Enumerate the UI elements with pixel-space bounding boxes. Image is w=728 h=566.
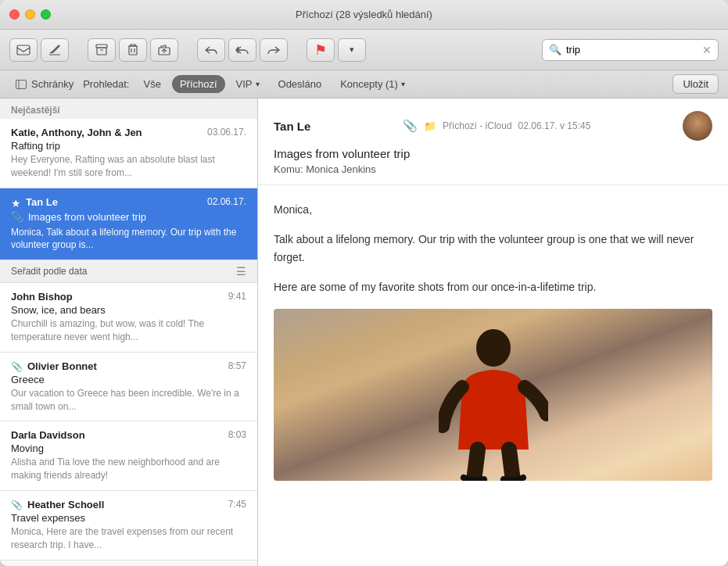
list-item[interactable]: Darla Davidson 8:03 Moving Alisha and Ti…: [0, 421, 257, 491]
email-subject: Moving: [11, 442, 246, 454]
flag-more-button[interactable]: ▾: [338, 38, 366, 62]
svg-point-13: [476, 329, 511, 367]
action-group: [88, 38, 178, 62]
attachment-icon: 📎: [11, 500, 23, 510]
email-body: Monica, Talk about a lifelong memory. Ou…: [258, 185, 728, 566]
compose-group: [9, 38, 69, 62]
email-time: 03.06.17.: [207, 127, 246, 138]
body-paragraph-1: Talk about a lifelong memory. Our trip w…: [274, 231, 712, 266]
attachment-icon: 📎: [11, 211, 23, 223]
email-subject: Rafting trip: [11, 140, 246, 152]
email-datetime: 02.06.17. v 15:45: [518, 120, 591, 131]
mailbox-button[interactable]: [9, 38, 38, 62]
body-paragraph-2: Here are some of my favorite shots from …: [274, 278, 712, 296]
email-detail: Tan Le 📎 📁 Příchozí - iCloud 02.06.17. v…: [258, 99, 728, 566]
tab-vip[interactable]: VIP ▾: [228, 75, 267, 93]
email-subject: Greece: [11, 374, 246, 385]
attachment-icon: 📎: [403, 119, 418, 133]
titlebar: Příchozí (28 výsledků hledání): [0, 0, 728, 30]
email-sender: John Bishop: [11, 291, 73, 303]
email-time: 9:41: [228, 291, 246, 302]
svg-rect-0: [17, 45, 30, 55]
tabbar: Schránky Prohledat: Vše Příchozí VIP ▾ O…: [0, 70, 728, 99]
sort-label[interactable]: Seřadit podle data: [11, 266, 87, 277]
mailbox-label: Schránky: [31, 78, 74, 90]
email-time: 7:45: [228, 499, 246, 510]
email-subject: Travel expenses: [11, 512, 246, 524]
save-button[interactable]: Uložit: [672, 74, 719, 94]
search-clear-button[interactable]: ✕: [702, 44, 712, 56]
email-sender: Tan Le: [26, 196, 58, 208]
maximize-button[interactable]: [41, 9, 51, 20]
email-preview: Alisha and Tia love the new neighborhood…: [11, 456, 246, 482]
email-attachment-image: [274, 309, 712, 481]
email-time: 8:03: [228, 429, 246, 440]
tab-inbox[interactable]: Příchozí: [172, 75, 225, 93]
reply-button[interactable]: [197, 38, 225, 62]
search-label: Prohledat:: [83, 78, 129, 90]
svg-rect-6: [129, 46, 137, 55]
list-item[interactable]: John Bishop 9:41 Snow, ice, and bears Ch…: [0, 283, 257, 353]
email-time: 02.06.17.: [207, 196, 246, 207]
attachment-icon: 📎: [11, 361, 23, 372]
search-input[interactable]: [566, 44, 698, 56]
email-preview: Hey Everyone, Rafting was an absolute bl…: [11, 153, 246, 180]
email-sender: Darla Davidson: [11, 429, 85, 441]
list-item[interactable]: Katie, Anthony, John & Jen 03.06.17. Raf…: [0, 119, 257, 188]
svg-rect-3: [97, 48, 106, 55]
tab-sent[interactable]: Odesláno: [271, 75, 330, 93]
mail-window: Příchozí (28 výsledků hledání): [0, 0, 728, 566]
close-button[interactable]: [9, 9, 20, 20]
reply-all-button[interactable]: [228, 38, 256, 62]
main-content: Nejčastější Katie, Anthony, John & Jen 0…: [0, 99, 728, 566]
email-preview: Our vacation to Greece has been incredib…: [11, 387, 246, 414]
folder-name: Příchozí - iCloud: [443, 120, 512, 131]
delete-button[interactable]: [119, 38, 147, 62]
search-icon: 🔍: [549, 44, 561, 56]
forward-button[interactable]: [260, 38, 288, 62]
person-silhouette-svg: [439, 324, 548, 481]
detail-subject: Images from volunteer trip: [274, 147, 712, 160]
email-sender: Olivier Bonnet: [27, 360, 97, 372]
svg-rect-11: [16, 80, 27, 88]
reply-group: [197, 38, 288, 62]
traffic-lights: [9, 9, 51, 20]
flag-group: ⚑ ▾: [307, 38, 366, 62]
sort-bar: Seřadit podle data ☰: [0, 260, 257, 283]
detail-header: Tan Le 📎 📁 Příchozí - iCloud 02.06.17. v…: [258, 99, 728, 185]
sort-filter-icon[interactable]: ☰: [236, 265, 246, 278]
email-subject: Images from volunteer trip: [28, 211, 146, 223]
list-item[interactable]: ★ Tan Le 02.06.17. 📎 Images from volunte…: [0, 188, 257, 261]
tab-drafts[interactable]: Koncepty (1) ▾: [332, 75, 413, 93]
email-preview: Monica, Here are the travel expenses fro…: [11, 525, 246, 552]
email-subject: Snow, ice, and bears: [11, 304, 246, 316]
avatar: [683, 111, 712, 141]
email-preview: Monica, Talk about a lifelong memory. Ou…: [11, 226, 246, 253]
section-label: Nejčastější: [0, 99, 257, 119]
list-item[interactable]: 📎 Heather Schoell 7:45 Travel expenses M…: [0, 491, 257, 561]
email-preview: Churchill is amazing, but wow, was it co…: [11, 317, 246, 344]
list-item[interactable]: 📎 Olivier Bonnet 8:57 Greece Our vacatio…: [0, 353, 257, 422]
email-sender: Heather Schoell: [27, 499, 104, 510]
compose-button[interactable]: [41, 38, 69, 62]
detail-to: Komu: Monica Jenkins: [274, 163, 712, 175]
email-list: Nejčastější Katie, Anthony, John & Jen 0…: [0, 99, 258, 566]
greeting: Monica,: [274, 201, 712, 218]
window-title: Příchozí (28 výsledků hledání): [296, 9, 432, 20]
tab-all[interactable]: Vše: [135, 75, 168, 93]
move-button[interactable]: [150, 38, 178, 62]
mailbox-nav-button[interactable]: Schránky: [9, 75, 80, 93]
toolbar: ⚑ ▾ 🔍 ✕: [0, 30, 728, 70]
star-icon: ★: [11, 197, 21, 210]
detail-sender: Tan Le: [274, 120, 310, 133]
email-sender: Katie, Anthony, John & Jen: [11, 127, 142, 138]
archive-button[interactable]: [88, 38, 116, 62]
folder-icon: 📁: [424, 120, 436, 132]
search-box[interactable]: 🔍 ✕: [542, 39, 719, 61]
flag-button[interactable]: ⚑: [307, 38, 335, 62]
minimize-button[interactable]: [25, 9, 35, 20]
email-time: 8:57: [228, 360, 246, 371]
